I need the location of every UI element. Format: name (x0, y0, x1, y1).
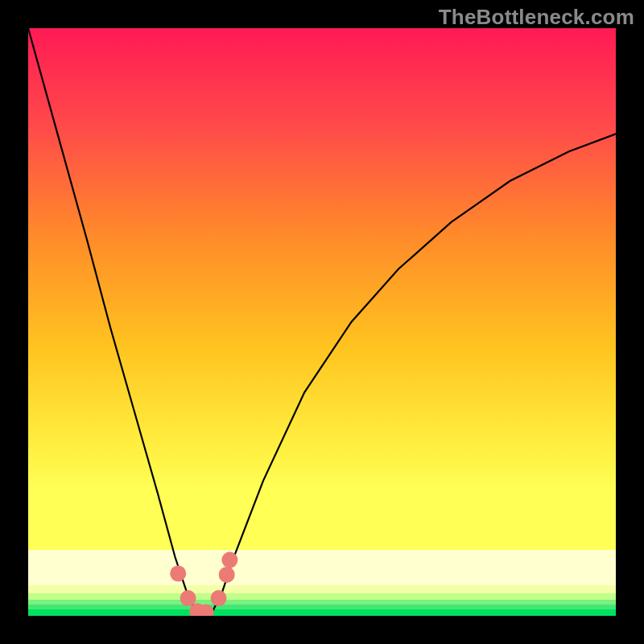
chart-frame: TheBottleneck.com (0, 0, 644, 644)
highlight-marker (170, 565, 186, 581)
plot-svg (28, 28, 616, 616)
band-green1 (28, 600, 616, 605)
gradient-upper (28, 28, 616, 572)
band-yellow-fade (28, 585, 616, 593)
highlight-marker (219, 567, 235, 583)
band-green3 (28, 609, 616, 616)
plot-area (28, 28, 616, 616)
watermark-text: TheBottleneck.com (439, 5, 634, 30)
band-green2 (28, 605, 616, 609)
highlight-marker (180, 590, 196, 606)
highlight-marker (221, 552, 237, 568)
band-pale-yellow (28, 550, 616, 585)
highlight-marker (211, 590, 227, 606)
band-lightgreen (28, 593, 616, 600)
